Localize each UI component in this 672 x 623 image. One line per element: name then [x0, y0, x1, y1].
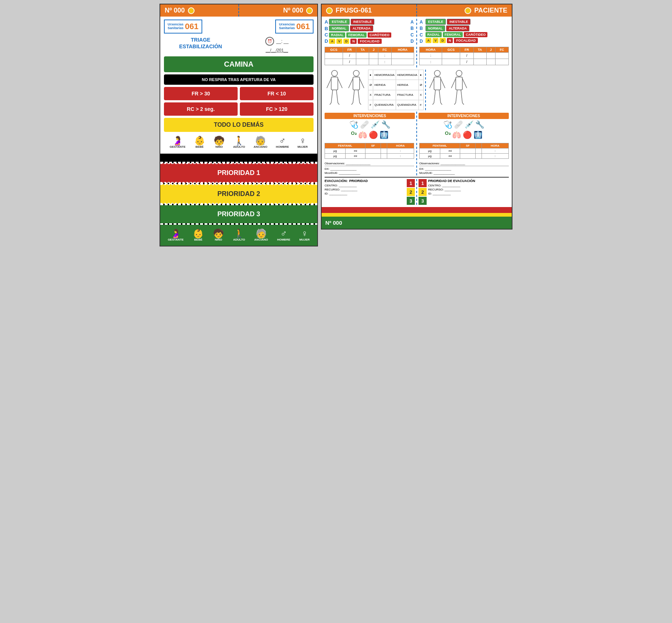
mco-left: Mco/DUE: _____________ [325, 171, 414, 175]
alterada-btn-left[interactable]: ALTERADA [350, 25, 373, 31]
no-respira-button[interactable]: NO RESPIRA TRAS APERTURA DE VA [164, 74, 314, 85]
svg-line-11 [360, 78, 364, 88]
med-header-row: FENTANIL SF HORA [325, 143, 414, 148]
fr-mayor-button[interactable]: FR > 30 [164, 87, 238, 100]
logo-text-1: UrxenciasSanitarias [168, 23, 183, 30]
left-header: Nº 000 Nº 000 [160, 4, 317, 17]
obs-left: Observaciones: _______________ DX: _____… [325, 162, 414, 175]
evac-right: PRIORIDAD DE EVACUACIÓN CENTRO: ________… [428, 179, 509, 205]
dashed-divider [238, 4, 239, 17]
svg-line-10 [349, 78, 353, 88]
svg-line-23 [441, 103, 442, 105]
n-btn-left[interactable]: N [350, 39, 357, 44]
body-diagrams-outer: ●HEMORRAGIA HEMORRAGIA● ØHERIDA HERIDAØ … [325, 70, 509, 110]
legend-row: ●HEMORRAGIA HEMORRAGIA● [368, 70, 424, 80]
left-header-num-left: Nº 000 [165, 7, 185, 14]
body-divider [425, 70, 426, 110]
nino-icon: 🧒 NIÑO [214, 136, 225, 148]
estable-btn-right[interactable]: ESTABLE [426, 19, 446, 25]
right-circle-right [465, 7, 471, 14]
svg-line-6 [330, 103, 331, 105]
left-card-content: UrxenciasSanitarias 061 UrxenciasSanitar… [160, 17, 317, 154]
tube-icon: 🩻 [379, 130, 389, 139]
legend-row: XFRACTURA FRACTURAX [368, 90, 424, 100]
obs-divider [416, 162, 417, 175]
femoral-btn-right[interactable]: FEMORAL [443, 32, 463, 37]
anciano-icon: 🧓 ANCIANO [253, 136, 267, 148]
svg-line-29 [461, 90, 462, 103]
ambu-icon: 🫁 [358, 130, 367, 139]
title-time-row: TRIAGEESTABILIZACIÓN ⏰ __: __ __/__/201_… [164, 36, 314, 53]
rc-button[interactable]: RC > 2 seg. [164, 102, 238, 116]
bottom-patient-icons: 🤰 GESTANTE 👶 BEBÉ 🧒 NIÑO 🚶 ADULTO 🧓 ANCI… [162, 227, 316, 244]
logo-num-2: 061 [296, 22, 310, 31]
cervical-collar-icon-r: 🩺 [443, 120, 452, 129]
svg-line-5 [336, 90, 338, 103]
time-area: ⏰ __: __ __/__/201__ [240, 36, 314, 53]
observaciones-right: Observaciones: _______________ [419, 162, 509, 166]
fr-menor-button[interactable]: FR < 10 [240, 87, 314, 100]
femoral-btn-left[interactable]: FEMORAL [346, 32, 367, 38]
vitals-left: A ESTABLE INESTABLE B NORMAL ALTERADA C … [325, 19, 408, 45]
triage-title-area: TRIAGEESTABILIZACIÓN [164, 36, 237, 53]
priority-1-badge-right[interactable]: 1 [419, 179, 427, 187]
med-row-2: μg ml : [325, 154, 414, 159]
priority-badges-left: 1 2 3 [407, 179, 415, 205]
prioridad2-band: PRIORIDAD 2 [160, 184, 317, 204]
prioridad3-band: PRIORIDAD 3 [160, 205, 317, 223]
priority-3-badge-right[interactable]: 3 [419, 197, 427, 205]
svg-line-20 [434, 90, 435, 103]
bandage-icon: 🩹 [360, 120, 369, 129]
dx-left: DX: ________________ [325, 167, 414, 171]
body-diagrams-left: ●HEMORRAGIA HEMORRAGIA● ØHERIDA HERIDAØ … [325, 70, 424, 110]
right-header-left: FPUSG-061 [336, 7, 372, 14]
evacuacion-label: EVACUACIÓN: [325, 179, 348, 183]
bebe-icon: 👶 BEBÉ [194, 136, 205, 148]
normal-btn-right[interactable]: NORMAL [426, 25, 445, 31]
inestable-btn-left[interactable]: INESTABLE [351, 19, 374, 25]
v-btn-left[interactable]: V [336, 39, 342, 44]
focalidad-btn-left[interactable]: FOCALIDAD [358, 39, 382, 44]
human-body-front-left [325, 70, 345, 110]
svg-line-14 [351, 103, 353, 105]
med-row-1: μg ml : [325, 148, 414, 154]
priority-1-badge-left[interactable]: 1 [407, 179, 415, 187]
a-btn-left[interactable]: A [329, 39, 335, 44]
priority-2-badge-right[interactable]: 2 [419, 188, 427, 196]
center-abcd: A B C D [409, 19, 415, 45]
bottom-bebe: 👶 BEBÉ [193, 229, 204, 241]
logo-row: UrxenciasSanitarias 061 UrxenciasSanitar… [164, 20, 314, 34]
focalidad-btn-right[interactable]: FOCALIDAD [454, 38, 478, 43]
fr-row: FR > 30 FR < 10 [164, 87, 314, 100]
priority-3-badge-left[interactable]: 3 [407, 197, 415, 205]
normal-btn-left[interactable]: NORMAL [329, 25, 349, 31]
adulto-icon: 🚶 ADULTO [233, 136, 245, 148]
d-btn-right[interactable]: D [440, 38, 446, 43]
priority-2-badge-left[interactable]: 2 [407, 188, 415, 196]
svg-point-0 [332, 70, 337, 76]
right-band-yellow [322, 213, 512, 217]
radial-btn-left[interactable]: RADIAL [329, 32, 345, 38]
carotideo-btn-left[interactable]: CARÓTIDEO [368, 32, 391, 38]
med-header-row-r: FENTANIL SF HORA [420, 143, 509, 148]
camina-button[interactable]: CAMINA [164, 56, 314, 72]
ambu-icon-r: 🫁 [452, 130, 461, 139]
svg-line-19 [441, 78, 445, 88]
tube-icon-r: 🩻 [473, 130, 483, 139]
estable-btn-left[interactable]: ESTABLE [329, 19, 349, 25]
fc-button[interactable]: FC > 120 [240, 102, 314, 116]
gcs-divider [416, 47, 417, 67]
radial-btn-right[interactable]: RADIAL [426, 32, 442, 37]
bottom-adulto: 🚶 ADULTO [233, 229, 245, 241]
svg-line-13 [358, 90, 360, 103]
n-btn-right[interactable]: N [447, 38, 453, 43]
carotideo-btn-right[interactable]: CARÓTIDEO [464, 32, 487, 37]
a-btn-right[interactable]: A [426, 38, 432, 43]
v-btn-right[interactable]: V [433, 38, 438, 43]
svg-point-8 [353, 70, 359, 76]
o2-icon: O₂ [351, 130, 356, 139]
inestable-btn-right[interactable]: INESTABLE [447, 19, 470, 25]
alterada-btn-right[interactable]: ALTERADA [446, 25, 469, 31]
d-btn-left[interactable]: D [343, 39, 350, 44]
todo-button[interactable]: TODO LO DEMÁS [164, 118, 314, 132]
